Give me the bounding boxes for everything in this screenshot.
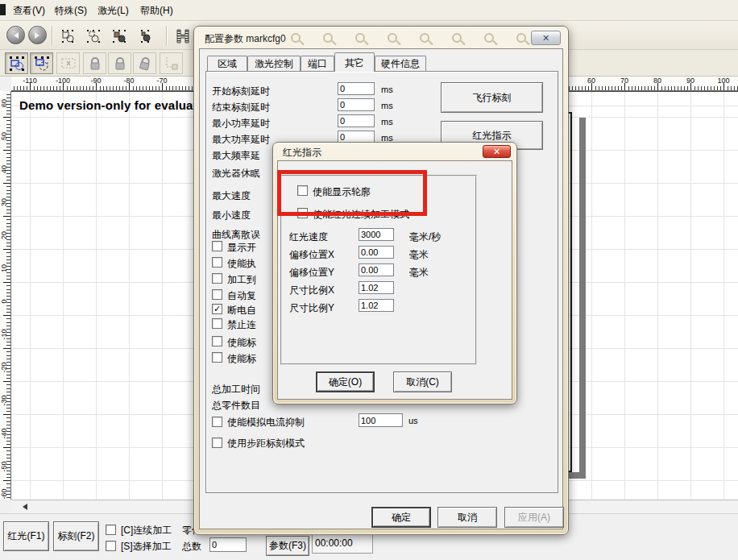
enable-mark-checkbox-2[interactable] bbox=[212, 352, 222, 363]
ruler-tick-label: 60 bbox=[0, 94, 8, 112]
magnifier-icon bbox=[484, 33, 494, 43]
node-select-button[interactable] bbox=[82, 25, 105, 47]
field-label: 偏移位置X bbox=[289, 248, 334, 262]
enable-exec-checkbox[interactable] bbox=[212, 257, 222, 268]
start-delay-input[interactable] bbox=[338, 82, 375, 95]
ruler-tick-label: -80 bbox=[123, 77, 134, 85]
end-delay-input[interactable] bbox=[338, 98, 375, 111]
field-label: 最大功率延时 bbox=[212, 133, 270, 147]
checkbox-label: 使能标 bbox=[227, 352, 256, 366]
fly-mark-button[interactable]: 飞行标刻 bbox=[441, 82, 543, 113]
menu-special[interactable]: 特殊(S) bbox=[55, 4, 87, 18]
dialog-title: 红光指示 bbox=[283, 146, 321, 160]
tab-port[interactable]: 端口 bbox=[301, 56, 334, 71]
transform-disabled-button[interactable] bbox=[56, 52, 80, 74]
analog-current-checkbox[interactable] bbox=[212, 417, 222, 427]
field-label: 最大速度 bbox=[212, 189, 251, 203]
show-start-checkbox[interactable] bbox=[212, 241, 222, 251]
red-speed-input[interactable] bbox=[359, 228, 394, 241]
continuous-mode-checkbox[interactable] bbox=[106, 525, 116, 535]
close-icon: ✕ bbox=[493, 147, 500, 157]
scale-y-input[interactable] bbox=[359, 299, 394, 312]
blue-rect-circle-icon bbox=[9, 56, 25, 72]
unit-label: 毫米 bbox=[409, 266, 429, 280]
field-label: 最大频率延 bbox=[212, 149, 260, 163]
ruler-tick-label: 30 bbox=[0, 193, 8, 211]
lock-button[interactable] bbox=[83, 52, 106, 74]
unit-label: 毫米 bbox=[409, 248, 429, 262]
analog-current-label: 使能模拟电流抑制 bbox=[227, 416, 305, 429]
checkbox-label: 使能执 bbox=[227, 257, 256, 271]
fill-dark-button[interactable] bbox=[108, 25, 131, 47]
ok-button[interactable]: 确定 bbox=[371, 507, 431, 528]
filled-circle-dots-icon bbox=[138, 29, 152, 44]
dialog-title: 配置参数 markcfg0 bbox=[205, 32, 286, 46]
close-button[interactable]: ✕ bbox=[531, 31, 561, 45]
ruler-tick-label: -90 bbox=[90, 77, 101, 85]
forbid-continuous-checkbox[interactable] bbox=[212, 318, 222, 329]
process-to-checkbox[interactable] bbox=[212, 273, 222, 284]
unlock-button[interactable] bbox=[133, 52, 156, 74]
toolbar-separator bbox=[52, 26, 52, 45]
power-off-auto-checkbox[interactable]: ✓ bbox=[212, 304, 222, 314]
field-label: 最小功率延时 bbox=[212, 117, 270, 131]
ruler-tick-label: -40 bbox=[0, 425, 8, 442]
hatch-button[interactable] bbox=[172, 25, 194, 47]
snap-disabled-button[interactable] bbox=[160, 52, 183, 74]
tab-hardware-info[interactable]: 硬件信息 bbox=[375, 56, 426, 71]
mark-f2-button[interactable]: 标刻(F2) bbox=[53, 521, 99, 551]
hatch-h-icon bbox=[175, 28, 191, 44]
offset-y-input[interactable] bbox=[359, 263, 394, 276]
total-count-input[interactable] bbox=[209, 537, 247, 552]
tab-other[interactable]: 其它 bbox=[334, 52, 375, 72]
cancel-button[interactable]: 取消 bbox=[437, 507, 497, 528]
menu-laser[interactable]: 激光(L) bbox=[97, 4, 129, 18]
ruler-tick-label: 100 bbox=[717, 77, 729, 85]
menu-help[interactable]: 帮助(H) bbox=[140, 4, 173, 18]
analog-current-input[interactable] bbox=[359, 413, 403, 427]
lock-all-button[interactable] bbox=[108, 52, 131, 74]
check-icon: ✓ bbox=[214, 304, 221, 314]
rotate-tool-button[interactable] bbox=[30, 52, 53, 74]
select-mode-label: [S]选择加工 bbox=[121, 540, 172, 554]
scale-x-input[interactable] bbox=[359, 281, 394, 294]
magnifier-icon bbox=[420, 33, 429, 43]
red-light-f1-button[interactable]: 红光(F1) bbox=[3, 521, 49, 551]
field-label: 红光速度 bbox=[289, 230, 328, 244]
checkbox-label: 显示开 bbox=[227, 241, 256, 255]
min-power-delay-input[interactable] bbox=[338, 114, 375, 127]
cancel-button[interactable]: 取消(C) bbox=[393, 371, 452, 392]
menu-view[interactable]: 查看(V) bbox=[13, 4, 45, 18]
filled-shapes-icon bbox=[112, 29, 126, 44]
fill-small-button[interactable] bbox=[134, 25, 156, 47]
enable-mark-checkbox-1[interactable] bbox=[212, 336, 222, 346]
apply-button[interactable]: 应用(A) bbox=[504, 507, 564, 528]
auto-reset-checkbox[interactable] bbox=[212, 289, 222, 300]
square-circle-outline-icon bbox=[60, 29, 75, 44]
unlock-icon bbox=[137, 55, 153, 72]
magnifier-icon bbox=[355, 33, 365, 43]
ruler-tick-label: -30 bbox=[0, 392, 8, 409]
select-mode-checkbox[interactable] bbox=[106, 541, 116, 551]
node-edit-button[interactable] bbox=[56, 25, 79, 47]
scroll-left-icon[interactable] bbox=[19, 504, 27, 510]
demo-watermark-text: Demo version-only for evaluatio bbox=[19, 98, 209, 112]
magnifier-icon bbox=[323, 33, 333, 43]
continuous-mode-label: [C]连续加工 bbox=[121, 524, 172, 537]
offset-x-input[interactable] bbox=[359, 246, 394, 259]
close-icon: ✕ bbox=[542, 33, 549, 44]
back-button[interactable] bbox=[6, 26, 25, 44]
forward-button[interactable] bbox=[28, 26, 47, 44]
timer-display: 00:00:00 bbox=[312, 534, 373, 554]
magnifier-icon bbox=[291, 33, 301, 43]
unit-label: us bbox=[408, 416, 418, 425]
param-f3-button[interactable]: 参数(F3) bbox=[266, 536, 309, 556]
scale-tool-button[interactable] bbox=[5, 52, 28, 74]
step-mark-checkbox[interactable] bbox=[212, 438, 222, 448]
tab-laser-control[interactable]: 激光控制 bbox=[247, 56, 301, 71]
tab-area[interactable]: 区域 bbox=[207, 56, 247, 71]
ok-button[interactable]: 确定(O) bbox=[316, 371, 375, 392]
checkbox-label: 断电自 bbox=[227, 304, 256, 317]
unit-label: ms bbox=[381, 101, 393, 110]
close-button[interactable]: ✕ bbox=[483, 145, 511, 158]
